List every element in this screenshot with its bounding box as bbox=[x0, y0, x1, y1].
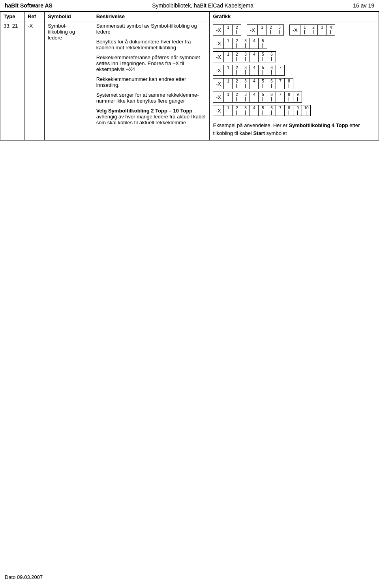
symbol-cell: 9 bbox=[293, 92, 302, 103]
symbol-cell: 2 bbox=[233, 38, 241, 49]
symbol-cell: 8 bbox=[285, 92, 293, 103]
symbol-cell: 1 bbox=[300, 24, 309, 36]
symbol-row-6: -X 1 2 3 4 5 6 7 8 9 bbox=[213, 92, 375, 103]
symbol-group: -X 1 2 3 4 bbox=[289, 24, 335, 36]
symbol-row-5: -X 1 2 3 4 5 6 7 8 bbox=[213, 78, 375, 89]
symbol-cells: 1 2 3 4 5 bbox=[224, 38, 267, 49]
symbol-cell: 4 bbox=[250, 105, 259, 116]
page-number: 16 av 19 bbox=[353, 2, 374, 9]
example-bold1: Symboltilkobling 4 Topp bbox=[289, 122, 348, 128]
symbol-group: -X 1 2 3 4 5 6 bbox=[213, 51, 276, 62]
beskrivelse-para1: Benyttes for å dokumentere hver leder fr… bbox=[96, 39, 206, 51]
footer-date-label: Dato bbox=[5, 574, 15, 580]
symbol-x-label: -X bbox=[247, 24, 258, 36]
symbol-x-label: -X bbox=[213, 105, 224, 116]
symbol-cell: 7 bbox=[276, 105, 285, 116]
symbol-group: -X 1 2 3 4 5 6 7 8 9 10 bbox=[213, 105, 311, 116]
symbol-group: -X 1 2 3 4 5 6 7 8 bbox=[213, 78, 293, 89]
footer-date-value: 09.03.2007 bbox=[17, 574, 43, 580]
symbol-cells: 1 2 3 4 5 6 7 8 bbox=[224, 78, 293, 89]
symbol-cell: 2 bbox=[233, 105, 241, 116]
symbol-cell: 2 bbox=[233, 78, 241, 89]
symbol-cell: 6 bbox=[267, 65, 276, 76]
page-footer: Dato 09.03.2007 bbox=[5, 574, 43, 580]
symbol-group: -X 1 2 bbox=[213, 24, 241, 36]
main-table: Type Ref SymbolId Beskrivelse Grafikk 33… bbox=[0, 11, 379, 140]
symbol-cell: 4 bbox=[326, 24, 335, 36]
symbol-cell: 6 bbox=[267, 105, 276, 116]
symbol-cell: 3 bbox=[241, 105, 250, 116]
symbol-cell: 2 bbox=[233, 65, 241, 76]
beskrivelse-main: Sammensatt symbol av Symbol-tilkobling o… bbox=[96, 23, 206, 35]
symbol-grid: -X 1 2 bbox=[213, 23, 375, 139]
symbol-cell: 5 bbox=[259, 51, 267, 62]
symbol-cell: 6 bbox=[267, 92, 276, 103]
symbol-cells: 1 2 bbox=[224, 24, 241, 36]
symbol-row-2: -X 1 2 3 4 5 bbox=[213, 38, 375, 49]
symbol-cells: 1 2 3 4 5 6 bbox=[224, 51, 276, 62]
cell-ref: -X bbox=[24, 21, 45, 140]
symbol-cell: 1 bbox=[258, 24, 266, 36]
symbol-row-1: -X 1 2 bbox=[213, 24, 375, 36]
symbol-cells: 1 2 3 4 5 6 7 bbox=[224, 65, 285, 76]
symbol-cell: 7 bbox=[276, 78, 285, 89]
beskrivelse-para2: Rekkeklemmereferanse påføres når symbole… bbox=[96, 54, 206, 72]
symbol-cell: 5 bbox=[259, 105, 267, 116]
symbol-cell: 3 bbox=[241, 38, 250, 49]
symbol-cell: 1 bbox=[224, 92, 233, 103]
symbol-group: -X 1 2 3 4 5 6 7 8 9 bbox=[213, 92, 302, 103]
col-header-beskrivelse: Beskrivelse bbox=[93, 12, 210, 21]
symbol-cell: 4 bbox=[250, 92, 259, 103]
example-bold2: Start bbox=[253, 130, 265, 136]
beskrivelse-para5-rest: avhengig av hvor mange ledere fra aktuel… bbox=[96, 114, 206, 125]
symbol-cell: 2 bbox=[233, 51, 241, 62]
symbol-cell: 5 bbox=[259, 65, 267, 76]
symbol-cell: 8 bbox=[285, 105, 293, 116]
symbol-group: -X 1 2 3 4 5 bbox=[213, 38, 267, 49]
symbol-x-label: -X bbox=[289, 24, 300, 36]
symbol-cell: 5 bbox=[259, 92, 267, 103]
table-row: 33, 21 -X Symbol-tilkobling ogledere Sam… bbox=[0, 21, 379, 140]
symbol-cells: 1 2 3 4 bbox=[300, 24, 335, 36]
symbol-cell: 5 bbox=[259, 78, 267, 89]
beskrivelse-para4: Systemet sørger for at samme rekkeklemme… bbox=[96, 92, 206, 104]
example-prefix: Eksempel på anvendelse. Her er bbox=[213, 122, 289, 128]
cell-beskrivelse: Sammensatt symbol av Symbol-tilkobling o… bbox=[93, 21, 210, 140]
col-header-grafikk: Grafikk bbox=[210, 12, 379, 21]
symbol-x-label: -X bbox=[213, 51, 224, 62]
symbol-cell: 7 bbox=[276, 92, 285, 103]
symbol-cell: 9 bbox=[293, 105, 302, 116]
symbol-cell: 7 bbox=[276, 65, 285, 76]
symbol-x-label: -X bbox=[213, 24, 224, 36]
col-header-type: Type bbox=[0, 12, 24, 21]
example-text: Eksempel på anvendelse. Her er Symboltil… bbox=[213, 122, 375, 137]
symbol-x-label: -X bbox=[213, 78, 224, 89]
doc-title: Symbolbibliotek, haBit ElCad Kabelsjema bbox=[152, 2, 253, 9]
symbol-cell: 4 bbox=[250, 51, 259, 62]
symbol-cell: 1 bbox=[224, 51, 233, 62]
page-header: haBit Software AS Symbolbibliotek, haBit… bbox=[0, 0, 379, 11]
symbol-x-label: -X bbox=[213, 92, 224, 103]
symbol-cell: 1 bbox=[224, 78, 233, 89]
symbol-cell: 6 bbox=[267, 51, 276, 62]
symbol-cell: 3 bbox=[275, 24, 284, 36]
cell-type: 33, 21 bbox=[0, 21, 24, 140]
symbol-cell: 4 bbox=[250, 65, 259, 76]
symbol-cell: 2 bbox=[233, 24, 241, 36]
symbol-cell: 3 bbox=[241, 92, 250, 103]
symbol-cell: 4 bbox=[250, 78, 259, 89]
symbolid-text: Symbol-tilkobling ogledere bbox=[48, 23, 75, 41]
symbol-group: -X 1 2 3 4 5 6 7 bbox=[213, 65, 285, 76]
cell-grafikk: -X 1 2 bbox=[210, 21, 379, 140]
symbol-row-3: -X 1 2 3 4 5 6 bbox=[213, 51, 375, 62]
beskrivelse-para5: Velg Symboltilkobling 2 Topp – 10 Topp a… bbox=[96, 108, 206, 125]
beskrivelse-para3: Rekkeklemmenummer kan endres etter innse… bbox=[96, 76, 206, 88]
symbol-cell: 5 bbox=[259, 38, 267, 49]
symbol-cell: 6 bbox=[267, 78, 276, 89]
symbol-group: -X 1 2 3 bbox=[247, 24, 284, 36]
symbol-cells: 1 2 3 bbox=[258, 24, 284, 36]
col-header-ref: Ref bbox=[24, 12, 45, 21]
symbol-cell: 4 bbox=[250, 38, 259, 49]
symbol-cell: 3 bbox=[241, 51, 250, 62]
symbol-cell: 3 bbox=[318, 24, 326, 36]
